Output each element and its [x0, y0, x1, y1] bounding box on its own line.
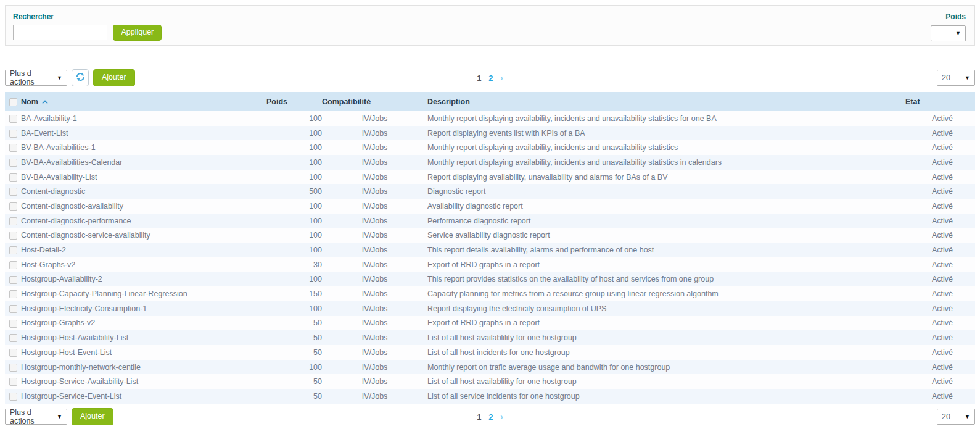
- row-weight: 50: [266, 316, 322, 331]
- row-name[interactable]: Hostgroup-Host-Event-List: [21, 345, 266, 360]
- table-row: Hostgroup-monthly-network-centile100IV/J…: [5, 360, 975, 375]
- row-compatibility: IV/Jobs: [322, 184, 427, 199]
- row-checkbox[interactable]: [9, 349, 17, 357]
- page-1-current[interactable]: 1: [477, 73, 481, 83]
- row-checkbox[interactable]: [9, 159, 17, 167]
- row-name[interactable]: Hostgroup-monthly-network-centile: [21, 360, 266, 375]
- pagination-bottom: 1 2 ›: [5, 412, 975, 422]
- row-compatibility: IV/Jobs: [322, 140, 427, 155]
- chevron-down-icon: ▼: [965, 75, 970, 81]
- row-name[interactable]: BV-BA-Availability-List: [21, 170, 266, 185]
- row-checkbox[interactable]: [9, 130, 17, 138]
- row-description: List of all service incidents for one ho…: [427, 389, 905, 404]
- row-description: Monthly report displaying availability, …: [427, 111, 905, 126]
- row-weight: 100: [266, 214, 322, 228]
- row-checkbox[interactable]: [9, 188, 17, 196]
- row-description: Performance diagnostic report: [427, 214, 905, 228]
- row-checkbox[interactable]: [9, 232, 17, 240]
- header-weight[interactable]: Poids: [266, 92, 322, 111]
- row-name[interactable]: Content-diagnostic: [21, 184, 266, 199]
- weight-label: Poids: [931, 12, 966, 21]
- row-name[interactable]: Content-diagnostic-availability: [21, 199, 266, 214]
- row-state: Activé: [905, 214, 975, 228]
- weight-select[interactable]: ▼: [931, 25, 966, 41]
- row-name[interactable]: Host-Detail-2: [21, 243, 266, 257]
- row-name[interactable]: Hostgroup-Service-Availability-List: [21, 374, 266, 389]
- row-checkbox[interactable]: [9, 115, 17, 123]
- row-name[interactable]: Hostgroup-Service-Event-List: [21, 389, 266, 404]
- row-name[interactable]: BA-Availability-1: [21, 111, 266, 126]
- row-weight: 150: [266, 286, 322, 301]
- table-row: Hostgroup-Host-Availability-List50IV/Job…: [5, 330, 975, 345]
- row-description: This report provides statistics on the a…: [427, 272, 905, 287]
- row-compatibility: IV/Jobs: [322, 286, 427, 301]
- row-name[interactable]: Content-diagnostic-service-availability: [21, 228, 266, 243]
- row-compatibility: IV/Jobs: [322, 199, 427, 214]
- row-checkbox[interactable]: [9, 217, 17, 225]
- row-name[interactable]: Hostgroup-Capacity-Planning-Linear-Regre…: [21, 286, 266, 301]
- search-input[interactable]: [13, 25, 107, 40]
- page-1-current[interactable]: 1: [477, 412, 481, 422]
- row-checkbox[interactable]: [9, 173, 17, 182]
- row-description: Monthly report on trafic average usage a…: [427, 360, 905, 375]
- row-checkbox[interactable]: [9, 364, 17, 372]
- row-checkbox-cell: [5, 330, 21, 345]
- page-2-link[interactable]: 2: [488, 412, 493, 422]
- row-name[interactable]: Hostgroup-Electricity-Consumption-1: [21, 301, 266, 316]
- row-checkbox[interactable]: [9, 202, 17, 211]
- select-all-checkbox[interactable]: [9, 98, 17, 106]
- chevron-down-icon: ▼: [965, 414, 970, 420]
- row-compatibility: IV/Jobs: [322, 228, 427, 243]
- row-weight: 30: [266, 257, 322, 272]
- row-checkbox-cell: [5, 374, 21, 389]
- row-name[interactable]: Hostgroup-Graphs-v2: [21, 316, 266, 331]
- row-weight: 50: [266, 374, 322, 389]
- header-state[interactable]: Etat: [905, 92, 975, 111]
- top-toolbar: Plus d actions ▼ Ajouter 1 2 › 20 ▼: [5, 69, 975, 86]
- row-name[interactable]: BV-BA-Availabilities-1: [21, 140, 266, 155]
- row-name[interactable]: Host-Graphs-v2: [21, 257, 266, 272]
- next-page-icon[interactable]: ›: [500, 412, 503, 422]
- row-checkbox[interactable]: [9, 393, 17, 401]
- apply-button[interactable]: Appliquer: [113, 25, 162, 41]
- row-state: Activé: [905, 316, 975, 331]
- next-page-icon[interactable]: ›: [500, 73, 503, 83]
- row-compatibility: IV/Jobs: [322, 243, 427, 257]
- row-weight: 100: [266, 228, 322, 243]
- row-description: Export of RRD graphs in a report: [427, 316, 905, 331]
- table-row: Content-diagnostic500IV/JobsDiagnostic r…: [5, 184, 975, 199]
- table-row: Hostgroup-Capacity-Planning-Linear-Regre…: [5, 286, 975, 301]
- row-name[interactable]: Hostgroup-Host-Availability-List: [21, 330, 266, 345]
- row-checkbox-cell: [5, 389, 21, 404]
- row-checkbox[interactable]: [9, 320, 17, 328]
- row-checkbox[interactable]: [9, 378, 17, 386]
- header-name[interactable]: Nom: [21, 92, 266, 111]
- row-state: Activé: [905, 126, 975, 141]
- row-name[interactable]: BA-Event-List: [21, 126, 266, 141]
- chevron-down-icon: ▼: [955, 30, 961, 36]
- row-checkbox[interactable]: [9, 290, 17, 298]
- row-checkbox[interactable]: [9, 246, 17, 254]
- page-size-select[interactable]: 20 ▼: [937, 409, 975, 425]
- header-compatibility[interactable]: Compatibilité: [322, 92, 427, 111]
- row-name[interactable]: Content-diagnostic-performance: [21, 214, 266, 228]
- row-name[interactable]: BV-BA-Availabilities-Calendar: [21, 155, 266, 170]
- row-checkbox[interactable]: [9, 276, 17, 284]
- row-name[interactable]: Hostgroup-Availability-2: [21, 272, 266, 287]
- row-checkbox-cell: [5, 111, 21, 126]
- row-checkbox[interactable]: [9, 305, 17, 313]
- table-row: BV-BA-Availabilities-Calendar100IV/JobsM…: [5, 155, 975, 170]
- row-checkbox-cell: [5, 140, 21, 155]
- row-checkbox[interactable]: [9, 261, 17, 269]
- page-size-select[interactable]: 20 ▼: [937, 70, 975, 86]
- header-description[interactable]: Description: [427, 92, 905, 111]
- row-checkbox-cell: [5, 301, 21, 316]
- row-state: Activé: [905, 184, 975, 199]
- row-state: Activé: [905, 286, 975, 301]
- page-2-link[interactable]: 2: [488, 73, 493, 83]
- row-checkbox-cell: [5, 345, 21, 360]
- row-checkbox[interactable]: [9, 144, 17, 152]
- row-compatibility: IV/Jobs: [322, 170, 427, 185]
- row-weight: 500: [266, 184, 322, 199]
- row-checkbox[interactable]: [9, 334, 17, 342]
